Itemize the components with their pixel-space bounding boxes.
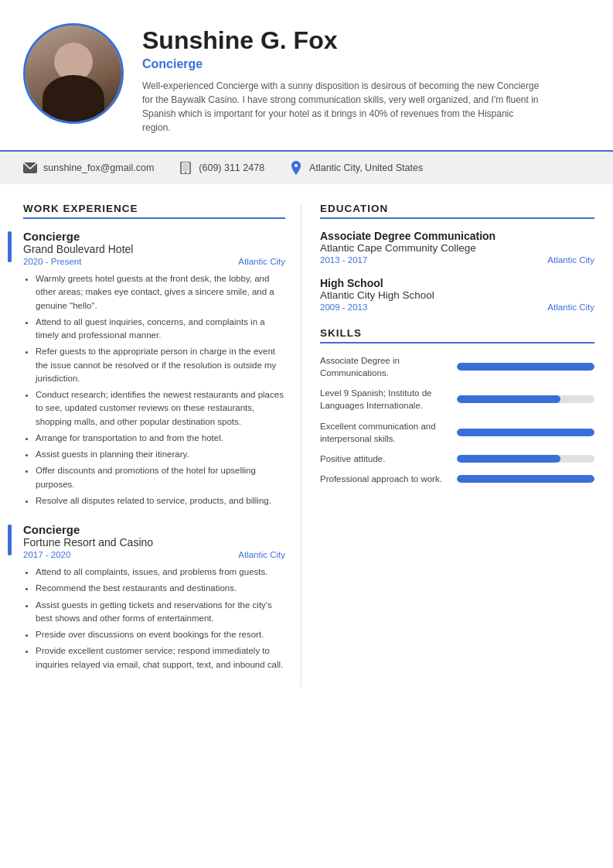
- edu-location-2: Atlantic City: [547, 302, 594, 312]
- skill-item-4: Professional approach to work.: [320, 473, 594, 485]
- edu-school-1: Atlantic Cape Community College: [320, 242, 594, 254]
- phone-contact: (609) 311 2478: [179, 161, 264, 175]
- job-company-1: Grand Boulevard Hotel: [23, 243, 285, 255]
- bullet-item: Recommend the best restaurants and desti…: [36, 582, 285, 595]
- skill-bar-fill-3: [457, 455, 560, 463]
- right-column: EDUCATION Associate Degree Communication…: [301, 203, 613, 687]
- job-location-2: Atlantic City: [238, 550, 285, 559]
- education-title: EDUCATION: [320, 203, 594, 219]
- skill-bar-fill-4: [457, 475, 594, 483]
- skill-bar-bg-2: [457, 429, 594, 436]
- skill-item-1: Level 9 Spanish; Instituto de Languages …: [320, 387, 594, 412]
- job-meta-1: 2020 - Present Atlantic City: [23, 257, 285, 266]
- skill-bar-fill-2: [457, 429, 594, 436]
- bullet-item: Refer guests to the appropriate person i…: [36, 345, 285, 385]
- bullet-item: Assist guests in planning their itinerar…: [36, 448, 285, 461]
- job-location-1: Atlantic City: [238, 257, 285, 266]
- edu-block-2: High School Atlantic City High School 20…: [320, 277, 594, 312]
- edu-school-2: Atlantic City High School: [320, 289, 594, 301]
- skill-bar-bg-4: [457, 475, 594, 483]
- edu-years-2: 2009 - 2013: [320, 302, 367, 312]
- bullet-item: Conduct research; identifies the newest …: [36, 388, 285, 429]
- email-text: sunshine_fox@gmail.com: [43, 162, 154, 173]
- phone-icon: [179, 161, 192, 175]
- skills-title: SKILLS: [320, 327, 594, 343]
- edu-meta-2: 2009 - 2013 Atlantic City: [320, 302, 594, 312]
- header-info: Sunshine G. Fox Concierge Well-experienc…: [142, 23, 590, 135]
- skills-section: SKILLS Associate Degree in Communication…: [320, 327, 594, 485]
- email-icon: [23, 161, 37, 175]
- skill-bar-fill-1: [457, 395, 560, 403]
- main-content: WORK EXPERIENCE Concierge Grand Boulevar…: [0, 184, 613, 706]
- job-accent-bar-2: [8, 525, 12, 555]
- job-years-2: 2017 - 2020: [23, 550, 70, 559]
- avatar: [23, 23, 124, 124]
- job-company-2: Fortune Resort and Casino: [23, 536, 285, 548]
- work-experience-title: WORK EXPERIENCE: [23, 203, 285, 219]
- job-meta-2: 2017 - 2020 Atlantic City: [23, 550, 285, 559]
- edu-block-1: Associate Degree Communication Atlantic …: [320, 230, 594, 265]
- job-block-2: Concierge Fortune Resort and Casino 2017…: [23, 523, 285, 672]
- job-title-2: Concierge: [23, 523, 285, 536]
- skill-label-2: Excellent communication and interpersona…: [320, 420, 448, 445]
- edu-degree-1: Associate Degree Communication: [320, 230, 594, 242]
- bullet-item: Assist guests in getting tickets and res…: [36, 599, 285, 626]
- job-years-1: 2020 - Present: [23, 257, 81, 266]
- location-contact: Atlantic City, United States: [289, 161, 423, 175]
- edu-degree-2: High School: [320, 277, 594, 289]
- candidate-name: Sunshine G. Fox: [142, 27, 590, 54]
- skill-label-4: Professional approach to work.: [320, 473, 448, 485]
- candidate-summary: Well-experienced Concierge with a sunny …: [142, 79, 544, 135]
- job-accent-bar: [8, 231, 12, 262]
- email-contact: sunshine_fox@gmail.com: [23, 161, 154, 175]
- bullet-item: Arrange for transportation to and from t…: [36, 432, 285, 445]
- skill-label-1: Level 9 Spanish; Instituto de Languages …: [320, 387, 448, 412]
- skill-bar-bg-3: [457, 455, 594, 463]
- skill-bar-bg-1: [457, 395, 594, 403]
- job-bullets-1: Warmly greets hotel guests at the front …: [23, 272, 285, 507]
- svg-point-3: [185, 172, 186, 173]
- skill-item-0: Associate Degree in Communications.: [320, 354, 594, 379]
- candidate-title: Concierge: [142, 57, 590, 71]
- edu-location-1: Atlantic City: [547, 255, 594, 265]
- skill-label-3: Positive attitude.: [320, 453, 448, 465]
- bullet-item: Attend to all guest inquiries, concerns,…: [36, 316, 285, 343]
- job-title-1: Concierge: [23, 230, 285, 243]
- skill-item-2: Excellent communication and interpersona…: [320, 420, 594, 445]
- job-bullets-2: Attend to all complaints, issues, and pr…: [23, 566, 285, 672]
- bullet-item: Preside over discussions on event bookin…: [36, 628, 285, 641]
- skill-item-3: Positive attitude.: [320, 453, 594, 465]
- svg-point-4: [295, 164, 298, 167]
- skill-bar-bg-0: [457, 363, 594, 371]
- bullet-item: Offer discounts and promotions of the ho…: [36, 464, 285, 491]
- avatar-image: [26, 26, 121, 121]
- edu-meta-1: 2013 - 2017 Atlantic City: [320, 255, 594, 265]
- contact-bar: sunshine_fox@gmail.com (609) 311 2478 At…: [0, 150, 613, 184]
- skill-label-0: Associate Degree in Communications.: [320, 354, 448, 379]
- location-icon: [289, 161, 303, 175]
- edu-years-1: 2013 - 2017: [320, 255, 367, 265]
- bullet-item: Warmly greets hotel guests at the front …: [36, 272, 285, 313]
- svg-rect-2: [182, 163, 189, 171]
- left-column: WORK EXPERIENCE Concierge Grand Boulevar…: [0, 203, 301, 687]
- phone-text: (609) 311 2478: [199, 162, 264, 173]
- bullet-item: Provide excellent customer service; resp…: [36, 644, 285, 672]
- location-text: Atlantic City, United States: [309, 162, 423, 173]
- job-block-1: Concierge Grand Boulevard Hotel 2020 - P…: [23, 230, 285, 507]
- skill-bar-fill-0: [457, 363, 594, 371]
- bullet-item: Resolve all disputes related to service,…: [36, 494, 285, 507]
- bullet-item: Attend to all complaints, issues, and pr…: [36, 566, 285, 579]
- resume-header: Sunshine G. Fox Concierge Well-experienc…: [0, 0, 613, 150]
